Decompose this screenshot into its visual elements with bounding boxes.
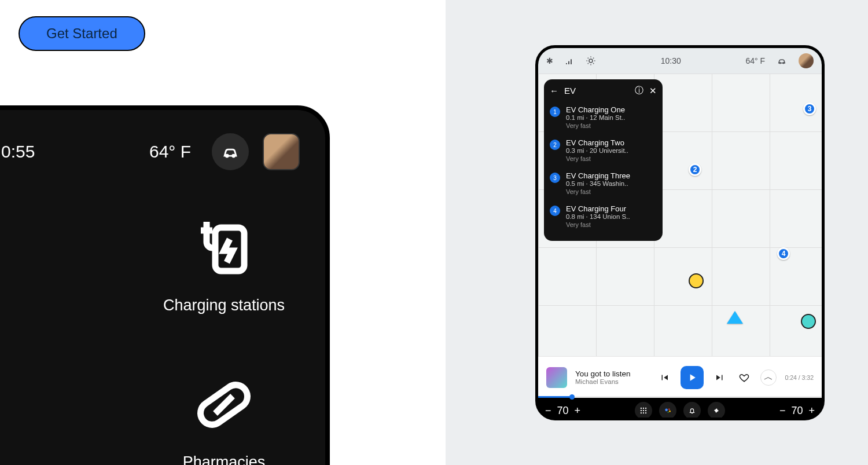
ev-heading: EV — [564, 86, 629, 96]
get-started-button[interactable]: Get Started — [19, 16, 145, 51]
temperature: 64° F — [149, 142, 191, 162]
ev-result[interactable]: 3EV Charging Three0.5 mi · 345 Washin..V… — [550, 167, 657, 200]
minus-icon: − — [779, 405, 786, 417]
category-shopping[interactable]: opping — [0, 370, 27, 465]
svg-point-17 — [645, 412, 646, 413]
car-icon[interactable] — [777, 56, 787, 66]
category-label: Charging stations — [163, 296, 285, 314]
ev-result[interactable]: 1EV Charging One0.1 mi · 12 Main St..Ver… — [550, 101, 657, 134]
temperature: 64° F — [745, 56, 765, 65]
chevron-up-icon[interactable]: ︿ — [760, 369, 777, 386]
avatar[interactable] — [799, 53, 814, 68]
category-charging-stations[interactable]: Charging stations — [149, 213, 299, 314]
ev-result[interactable]: 4EV Charging Four0.8 mi · 134 Union S..V… — [550, 200, 657, 233]
info-icon[interactable]: ⓘ — [635, 85, 643, 96]
sun-icon — [586, 56, 596, 66]
category-pharmacies[interactable]: Pharmacies — [149, 370, 299, 465]
svg-point-21 — [668, 412, 669, 413]
fan-icon[interactable] — [708, 402, 725, 419]
svg-point-16 — [643, 412, 644, 413]
svg-point-10 — [643, 408, 644, 409]
plus-icon: + — [575, 405, 581, 417]
map-pin[interactable]: 2 — [689, 163, 701, 176]
vehicle-control-bar: −70+ −70+ — [538, 398, 822, 420]
svg-point-9 — [641, 408, 642, 409]
svg-point-19 — [668, 409, 670, 410]
svg-point-11 — [645, 408, 646, 409]
svg-point-12 — [641, 410, 642, 411]
category-label: Pharmacies — [183, 453, 266, 465]
clock: 0:55 — [1, 142, 35, 162]
play-button[interactable] — [681, 366, 704, 389]
map-pin[interactable]: 3 — [803, 102, 816, 115]
map[interactable]: ← EV ⓘ ✕ 1EV Charging One0.1 mi · 12 Mai… — [538, 74, 822, 356]
media-bar: You got to listen Michael Evans ︿ 0:24 /… — [538, 356, 822, 398]
svg-point-14 — [645, 410, 646, 411]
map-pin[interactable]: 4 — [777, 247, 790, 260]
svg-point-18 — [665, 409, 668, 412]
heart-icon[interactable] — [736, 369, 752, 386]
left-climate[interactable]: −70+ — [545, 405, 580, 417]
status-bar: ✱ 10:30 64° F — [538, 48, 822, 74]
category-gas-stations[interactable]: stations — [0, 213, 27, 314]
bluetooth-icon: ✱ — [546, 56, 553, 65]
svg-point-15 — [641, 412, 642, 413]
album-art[interactable] — [546, 367, 567, 388]
ev-result[interactable]: 2EV Charging Two0.3 mi · 20 Universit..V… — [550, 134, 657, 167]
vehicle-marker — [727, 311, 743, 324]
progress-bar[interactable] — [538, 396, 822, 398]
avatar[interactable] — [263, 133, 300, 170]
svg-point-13 — [643, 410, 644, 411]
right-climate[interactable]: −70+ — [779, 405, 815, 417]
wazer-icon — [801, 314, 816, 329]
plus-icon: + — [808, 405, 815, 417]
car-mode-icon[interactable] — [212, 133, 249, 170]
signal-icon — [565, 56, 574, 65]
svg-point-6 — [589, 59, 593, 63]
next-icon[interactable] — [712, 369, 728, 386]
minus-icon: − — [545, 405, 551, 417]
clock: 10:30 — [661, 56, 681, 65]
back-icon[interactable]: ← — [550, 86, 558, 96]
apps-grid-icon[interactable] — [635, 402, 652, 419]
wazer-icon — [689, 273, 704, 288]
track-artist: Michael Evans — [575, 378, 631, 385]
assistant-icon[interactable] — [659, 402, 676, 419]
device-dark-launcher: 0:55 64° F stations Charging stations op… — [0, 105, 330, 465]
pill-icon — [189, 370, 259, 440]
svg-point-20 — [669, 411, 671, 412]
device-navigation: ✱ 10:30 64° F ← EV ⓘ ✕ 1EV Charging One0… — [535, 45, 825, 420]
ev-charger-icon — [189, 213, 259, 283]
previous-icon[interactable] — [656, 369, 672, 386]
notifications-icon[interactable] — [683, 402, 701, 419]
track-time: 0:24 / 3:32 — [785, 374, 814, 381]
track-title: You got to listen — [575, 369, 631, 378]
close-icon[interactable]: ✕ — [649, 86, 657, 96]
ev-results-panel: ← EV ⓘ ✕ 1EV Charging One0.1 mi · 12 Mai… — [544, 79, 663, 241]
